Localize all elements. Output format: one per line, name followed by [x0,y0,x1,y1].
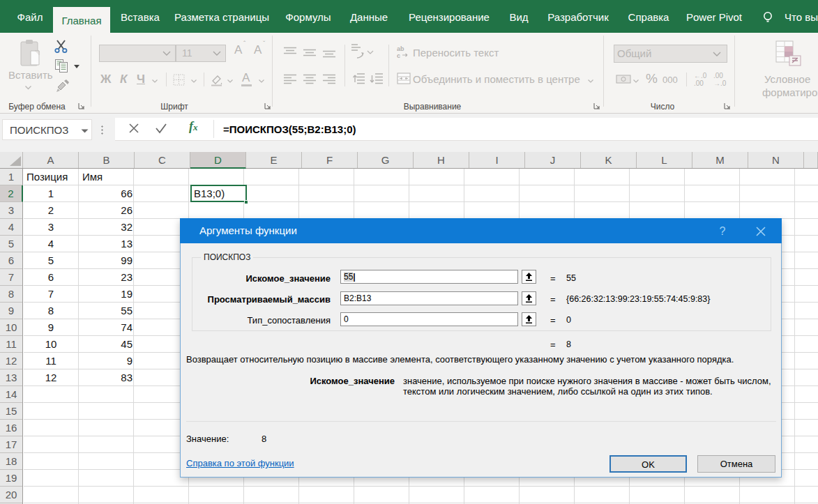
svg-text:ab: ab [397,45,404,52]
svg-text:c: c [397,52,400,59]
